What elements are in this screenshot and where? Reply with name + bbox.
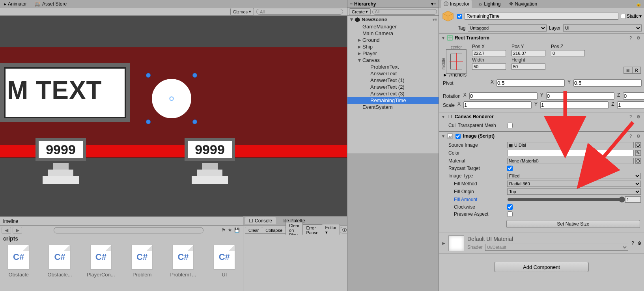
hierarchy-item[interactable]: ►Ship bbox=[347, 43, 439, 50]
gizmos-dropdown[interactable]: Gizmos▾ bbox=[230, 8, 254, 15]
center-handle[interactable] bbox=[170, 97, 174, 101]
hierarchy-item[interactable]: RemainingTime bbox=[347, 97, 439, 104]
material-field[interactable]: None (Material) bbox=[507, 158, 634, 164]
raycast-checkbox[interactable] bbox=[507, 166, 513, 171]
breadcrumb[interactable]: cripts bbox=[0, 235, 243, 242]
source-image-field[interactable]: ▦UIDial bbox=[507, 142, 634, 148]
hierarchy-item[interactable]: ►Player bbox=[347, 50, 439, 57]
chevron-down-icon[interactable]: ▾ bbox=[639, 13, 642, 19]
lock-icon[interactable]: 🔒 bbox=[636, 1, 642, 7]
star-icon[interactable]: ★ bbox=[228, 228, 232, 233]
layer-dropdown[interactable]: UI bbox=[563, 24, 642, 32]
anchor-preset-button[interactable]: center middle bbox=[446, 49, 467, 74]
error-pause-button[interactable]: Error Pause bbox=[302, 224, 322, 236]
shader-dropdown[interactable]: UI/Default bbox=[485, 244, 629, 251]
hierarchy-item[interactable]: ►Ground bbox=[347, 37, 439, 43]
hierarchy-item[interactable]: AnswerText (2) bbox=[347, 84, 439, 90]
rot-y-input[interactable] bbox=[546, 92, 614, 100]
panel-menu-icon[interactable]: ▾≡ bbox=[431, 1, 436, 7]
gameobject-icon[interactable] bbox=[441, 9, 455, 23]
gear-icon[interactable]: ⚙ bbox=[637, 241, 642, 246]
width-input[interactable] bbox=[472, 63, 506, 70]
object-picker-icon[interactable]: ⊙ bbox=[635, 158, 641, 164]
tab-lighting[interactable]: ☼Lighting bbox=[476, 0, 503, 7]
height-input[interactable] bbox=[511, 63, 545, 70]
resize-handle-bl[interactable] bbox=[146, 120, 150, 124]
tab-asset-store[interactable]: 🏬 Asset Store bbox=[35, 1, 67, 7]
tab-navigation[interactable]: ✥Navigation bbox=[507, 0, 539, 7]
hierarchy-item[interactable]: Main Camera bbox=[347, 30, 439, 37]
active-checkbox[interactable] bbox=[457, 14, 462, 19]
collapse-button[interactable]: Collapse bbox=[262, 227, 286, 234]
pos-y-input[interactable] bbox=[511, 50, 545, 56]
gameobject-name-input[interactable] bbox=[465, 13, 618, 20]
gear-icon[interactable]: ⚙ bbox=[635, 35, 642, 41]
pivot-x-input[interactable] bbox=[497, 79, 565, 87]
material-header[interactable]: ► Default UI Material ShaderUI/Default ?… bbox=[439, 233, 644, 254]
rect-transform-header[interactable]: ▼ Rect Transform ? ⚙ bbox=[439, 34, 644, 42]
hierarchy-item[interactable]: AnswerText (1) bbox=[347, 77, 439, 84]
asset-item[interactable]: C#ProblemT... bbox=[168, 245, 198, 289]
hierarchy-search-input[interactable] bbox=[372, 9, 437, 15]
help-icon[interactable]: ? bbox=[627, 133, 634, 139]
answer-turret-1[interactable]: 9999 bbox=[33, 138, 88, 184]
color-field[interactable] bbox=[507, 150, 634, 156]
asset-item[interactable]: C#UI bbox=[210, 245, 239, 289]
image-component-header[interactable]: ▼ Image (Script) ? ⚙ bbox=[439, 132, 644, 140]
fill-origin-dropdown[interactable]: Top bbox=[507, 188, 641, 195]
asset-item[interactable]: C#PlayerCon... bbox=[86, 245, 116, 289]
hierarchy-item[interactable]: ▼Canvas bbox=[347, 57, 439, 63]
fold-icon[interactable]: ► bbox=[357, 37, 361, 43]
eyedropper-icon[interactable]: ✎ bbox=[635, 150, 641, 156]
resize-handle-tl[interactable] bbox=[146, 73, 150, 77]
problem-text-box[interactable]: M TEXT bbox=[0, 63, 130, 122]
resize-handle-tr[interactable] bbox=[193, 73, 197, 77]
object-picker-icon[interactable]: ⊙ bbox=[635, 142, 641, 148]
help-icon[interactable]: ? bbox=[627, 114, 634, 120]
preserve-aspect-checkbox[interactable] bbox=[507, 211, 513, 217]
resize-handle-br[interactable] bbox=[193, 120, 197, 124]
fold-icon[interactable]: ▼ bbox=[357, 57, 361, 63]
gear-icon[interactable]: ⚙ bbox=[635, 133, 642, 139]
scene-header[interactable]: ▼ NewScene ▾≡ bbox=[347, 16, 439, 23]
scale-y-input[interactable] bbox=[540, 101, 609, 109]
canvas-renderer-header[interactable]: ▼ ☐ Canvas Renderer ? ⚙ bbox=[439, 112, 644, 121]
help-icon[interactable]: ? bbox=[631, 241, 634, 246]
asset-item[interactable]: C#Obstacle... bbox=[45, 245, 74, 289]
scale-x-input[interactable] bbox=[463, 101, 532, 109]
scene-search-input[interactable] bbox=[256, 9, 343, 15]
save-icon[interactable]: 💾 bbox=[234, 228, 240, 233]
image-type-dropdown[interactable]: Filled bbox=[507, 173, 641, 179]
blueprint-mode-button[interactable]: ⊞ bbox=[623, 67, 632, 74]
tab-console[interactable]: ☐ Console bbox=[245, 217, 276, 224]
clockwise-checkbox[interactable] bbox=[507, 204, 513, 210]
tab-animator[interactable]: ▸ Animator bbox=[4, 1, 27, 7]
clear-button[interactable]: Clear bbox=[245, 227, 262, 234]
filter-icon[interactable]: ⚑ bbox=[222, 228, 226, 233]
asset-item[interactable]: C#Problem bbox=[127, 245, 157, 289]
cull-checkbox[interactable] bbox=[507, 123, 513, 128]
raw-mode-button[interactable]: R bbox=[632, 67, 641, 74]
rot-z-input[interactable] bbox=[623, 92, 644, 100]
hierarchy-item[interactable]: EventSystem bbox=[347, 104, 439, 110]
hierarchy-item[interactable]: GameManager bbox=[347, 23, 439, 30]
answer-turret-2[interactable]: 9999 bbox=[182, 138, 237, 184]
gear-icon[interactable]: ⚙ bbox=[635, 114, 642, 120]
create-dropdown[interactable]: Create▾ bbox=[349, 8, 371, 15]
static-toggle[interactable]: Static▾ bbox=[621, 13, 642, 19]
scene-menu-icon[interactable]: ▾≡ bbox=[433, 17, 437, 22]
forward-button[interactable]: ▶ bbox=[13, 227, 22, 234]
add-component-button[interactable]: Add Component bbox=[494, 262, 589, 272]
rot-x-input[interactable] bbox=[469, 92, 538, 100]
tab-timeline[interactable]: imeline bbox=[0, 216, 243, 225]
tab-inspector[interactable]: ⓘInspector bbox=[441, 0, 472, 8]
pivot-y-input[interactable] bbox=[573, 79, 642, 87]
fill-method-dropdown[interactable]: Radial 360 bbox=[507, 181, 641, 187]
hierarchy-item[interactable]: AnswerText (3) bbox=[347, 90, 439, 97]
help-icon[interactable]: ? bbox=[627, 35, 634, 41]
set-native-size-button[interactable]: Set Native Size bbox=[506, 220, 640, 228]
image-enabled-checkbox[interactable] bbox=[455, 134, 461, 139]
asset-item[interactable]: C#Obstacle bbox=[4, 245, 33, 289]
hierarchy-item[interactable]: ProblemText bbox=[347, 63, 439, 70]
fill-amount-slider[interactable] bbox=[507, 196, 625, 203]
